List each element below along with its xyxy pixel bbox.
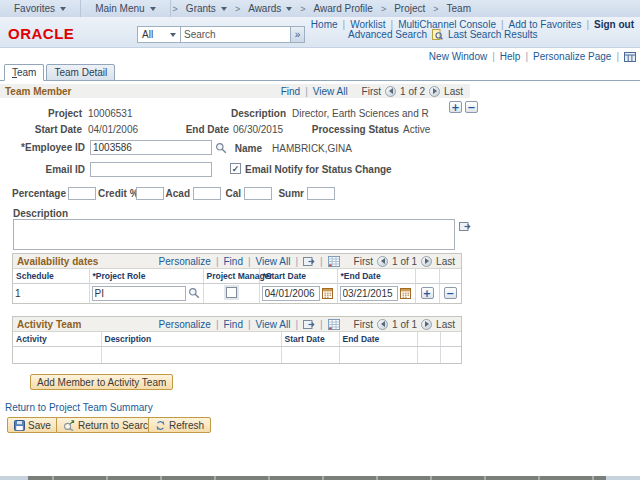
grid-title: Availability dates bbox=[17, 256, 98, 267]
project-manager-checkbox[interactable] bbox=[226, 287, 237, 298]
percentage-label: Percentage bbox=[10, 188, 66, 199]
long-description-textarea[interactable] bbox=[13, 219, 455, 250]
project-label: Project bbox=[10, 108, 82, 119]
return-to-project-team-summary-link[interactable]: Return to Project Team Summary bbox=[5, 402, 153, 413]
start-date-label: Start Date bbox=[10, 124, 82, 135]
search-links: Advanced Search Last Search Results bbox=[348, 29, 537, 40]
add-member-to-activity-team-button[interactable]: Add Member to Activity Team bbox=[30, 374, 173, 390]
divider bbox=[295, 319, 298, 330]
previous-row-icon[interactable] bbox=[385, 86, 396, 97]
grid-title: Activity Team bbox=[17, 319, 81, 330]
zoom-grid-icon[interactable] bbox=[303, 319, 315, 329]
last-search-results-link[interactable]: Last Search Results bbox=[448, 29, 538, 40]
find-link[interactable]: Find bbox=[281, 86, 300, 97]
search-go-button[interactable]: » bbox=[291, 26, 305, 43]
find-link[interactable]: Find bbox=[223, 319, 242, 330]
home-link[interactable]: Home bbox=[311, 19, 338, 30]
activity-team-grid: Activity Team Personalize Find View All … bbox=[12, 316, 462, 364]
email-notify-checkbox[interactable]: ✓ bbox=[230, 163, 241, 174]
employee-id-label: *Employee ID bbox=[4, 142, 85, 153]
processing-status-label: Processing Status bbox=[290, 124, 399, 135]
view-all-link[interactable]: View All bbox=[256, 256, 291, 267]
new-window-link[interactable]: New Window bbox=[429, 51, 487, 62]
first-label[interactable]: First bbox=[354, 319, 373, 330]
breadcrumb-main-menu[interactable]: Main Menu bbox=[81, 0, 170, 17]
last-search-results-icon bbox=[432, 29, 443, 40]
breadcrumb-grants[interactable]: Grants bbox=[180, 0, 233, 17]
project-role-lookup-icon[interactable] bbox=[186, 287, 200, 298]
breadcrumb-separator-icon: > bbox=[379, 4, 388, 14]
breadcrumb-team[interactable]: Team bbox=[441, 0, 477, 17]
personalize-page-link[interactable]: Personalize Page bbox=[533, 51, 611, 62]
end-date-label: End Date bbox=[158, 124, 229, 135]
end-date-calendar-icon[interactable] bbox=[398, 287, 411, 298]
cal-input[interactable] bbox=[244, 187, 272, 200]
breadcrumb-favorites[interactable]: Favorites bbox=[0, 0, 81, 17]
layout-grid-icon[interactable] bbox=[624, 52, 636, 62]
add-row-button[interactable]: + bbox=[449, 101, 462, 113]
download-to-excel-icon[interactable] bbox=[328, 319, 340, 330]
return-to-search-button[interactable]: Return to Search bbox=[56, 417, 161, 433]
search-scope-value: All bbox=[142, 29, 153, 40]
employee-id-input[interactable] bbox=[90, 140, 212, 155]
save-button[interactable]: Save bbox=[7, 417, 58, 433]
search-input[interactable] bbox=[181, 26, 291, 43]
project-value: 10006531 bbox=[88, 108, 133, 119]
add-row-button[interactable]: + bbox=[421, 287, 434, 299]
breadcrumb-project[interactable]: Project bbox=[388, 0, 431, 17]
row-start-date-input[interactable] bbox=[262, 286, 320, 301]
processing-status-value: Active bbox=[403, 124, 430, 135]
personalize-link[interactable]: Personalize bbox=[159, 256, 211, 267]
breadcrumb-separator-icon: > bbox=[431, 4, 440, 14]
last-label[interactable]: Last bbox=[436, 256, 455, 267]
search-scope-select[interactable]: All bbox=[137, 26, 181, 43]
cal-label: Cal bbox=[222, 188, 241, 199]
view-all-link[interactable]: View All bbox=[313, 86, 348, 97]
credit-input[interactable] bbox=[136, 187, 164, 200]
row-end-date-input[interactable] bbox=[340, 286, 398, 301]
breadcrumb-main-menu-label: Main Menu bbox=[95, 3, 144, 14]
divider bbox=[616, 51, 619, 62]
first-label[interactable]: First bbox=[354, 256, 373, 267]
tab-bar: Team Team Detail bbox=[4, 64, 115, 81]
column-header: *Start Date bbox=[259, 269, 337, 284]
sumr-input[interactable] bbox=[307, 187, 335, 200]
find-link[interactable]: Find bbox=[223, 256, 242, 267]
delete-row-button[interactable]: − bbox=[465, 101, 478, 113]
start-date-calendar-icon[interactable] bbox=[320, 287, 333, 298]
zoom-grid-icon[interactable] bbox=[303, 256, 315, 266]
next-row-icon[interactable] bbox=[429, 86, 440, 97]
next-row-icon[interactable] bbox=[421, 256, 432, 267]
last-label[interactable]: Last bbox=[436, 319, 455, 330]
first-label[interactable]: First bbox=[362, 86, 381, 97]
download-to-excel-icon[interactable] bbox=[328, 256, 340, 267]
advanced-search-link[interactable]: Advanced Search bbox=[348, 29, 427, 40]
expand-description-icon[interactable] bbox=[459, 221, 471, 231]
percentage-input[interactable] bbox=[68, 187, 96, 200]
row-position: 1 of 1 bbox=[392, 319, 417, 330]
tab-team-detail[interactable]: Team Detail bbox=[46, 64, 115, 81]
employee-id-lookup-icon[interactable] bbox=[215, 142, 227, 154]
divider bbox=[320, 319, 323, 330]
breadcrumb: Favorites Main Menu > Grants > Awards > … bbox=[0, 0, 640, 17]
breadcrumb-awards[interactable]: Awards bbox=[242, 0, 298, 17]
refresh-button[interactable]: Refresh bbox=[148, 417, 211, 433]
personalize-link[interactable]: Personalize bbox=[159, 319, 211, 330]
tab-team[interactable]: Team bbox=[4, 64, 44, 81]
acad-input[interactable] bbox=[193, 187, 221, 200]
next-row-icon[interactable] bbox=[421, 319, 432, 330]
last-label[interactable]: Last bbox=[444, 86, 463, 97]
divider bbox=[492, 51, 495, 62]
previous-row-icon[interactable] bbox=[377, 256, 388, 267]
project-role-input[interactable] bbox=[92, 286, 186, 301]
view-all-link[interactable]: View All bbox=[256, 319, 291, 330]
breadcrumb-awards-label: Awards bbox=[248, 3, 281, 14]
sign-out-link[interactable]: Sign out bbox=[594, 19, 634, 30]
email-id-input[interactable] bbox=[90, 162, 212, 177]
help-link[interactable]: Help bbox=[500, 51, 521, 62]
breadcrumb-award-profile[interactable]: Award Profile bbox=[308, 0, 379, 17]
caret-down-icon bbox=[221, 7, 227, 11]
previous-row-icon[interactable] bbox=[377, 319, 388, 330]
delete-row-button[interactable]: − bbox=[444, 287, 457, 299]
activity-table: Activity Description Start Date End Date bbox=[13, 332, 461, 363]
